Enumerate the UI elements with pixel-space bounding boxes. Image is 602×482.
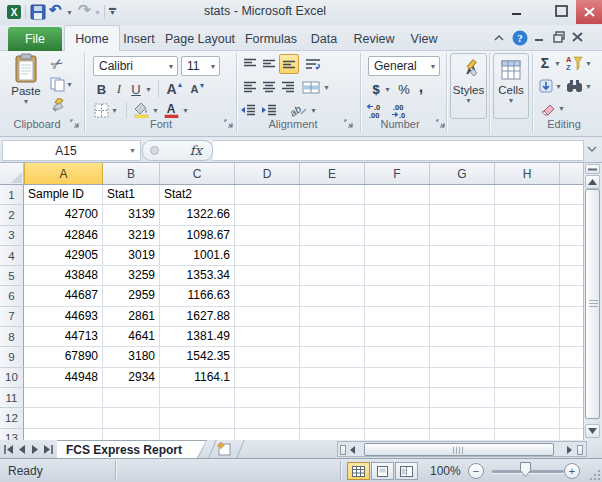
align-left-button[interactable] <box>241 78 259 96</box>
scroll-left-arrow[interactable] <box>349 446 356 454</box>
expand-formula-bar-icon[interactable] <box>587 146 597 153</box>
cell-A9[interactable]: 67890 <box>24 347 103 367</box>
autosum-dropdown-arrow[interactable]: ▼ <box>554 60 561 67</box>
cell-D9[interactable] <box>235 347 300 367</box>
sort-filter-button[interactable]: AZ <box>564 54 584 72</box>
cell-H8[interactable] <box>495 327 560 347</box>
help-icon[interactable]: ? <box>512 30 528 46</box>
cell-G6[interactable] <box>430 286 495 306</box>
cell-G1[interactable] <box>430 185 495 205</box>
tab-insert[interactable]: Insert <box>118 26 160 51</box>
cell-C8[interactable]: 1381.49 <box>160 327 235 347</box>
select-all-corner[interactable] <box>0 163 24 184</box>
font-dialog-launcher[interactable] <box>224 119 234 129</box>
zoom-level[interactable]: 100% <box>430 464 461 478</box>
shrink-font-button[interactable]: A▼ <box>189 80 207 98</box>
scroll-right-arrow[interactable] <box>566 446 573 454</box>
align-center-button[interactable] <box>260 78 278 96</box>
cell-F9[interactable] <box>365 347 430 367</box>
horizontal-split-handle[interactable] <box>340 445 346 455</box>
cell-C6[interactable]: 1166.63 <box>160 286 235 306</box>
vertical-scrollbar[interactable] <box>583 163 600 440</box>
cell-A5[interactable]: 43848 <box>24 266 103 286</box>
cell-C13[interactable] <box>160 429 235 440</box>
sheet-tab-fcs-express-report[interactable]: FCS Express Report <box>57 440 207 458</box>
workbook-restore-icon[interactable] <box>553 31 565 43</box>
cell-H12[interactable] <box>495 408 560 428</box>
cell-B11[interactable] <box>103 388 160 408</box>
styles-button[interactable]: A Styles ▼ <box>450 53 487 119</box>
tab-page-layout[interactable]: Page Layout <box>160 26 240 51</box>
number-format-combo[interactable]: General▼ <box>368 56 440 76</box>
cell-I7[interactable] <box>560 307 583 327</box>
zoom-out-button[interactable]: − <box>468 463 484 479</box>
sort-filter-dropdown-arrow[interactable]: ▼ <box>585 60 592 67</box>
cell-G8[interactable] <box>430 327 495 347</box>
align-right-button[interactable] <box>279 78 297 96</box>
wrap-text-button[interactable] <box>302 54 324 74</box>
merge-center-button[interactable] <box>300 78 322 96</box>
cell-G12[interactable] <box>430 408 495 428</box>
cell-B6[interactable]: 2959 <box>103 286 160 306</box>
cell-F10[interactable] <box>365 368 430 388</box>
cell-B1[interactable]: Stat1 <box>103 185 160 205</box>
increase-indent-button[interactable] <box>259 102 279 118</box>
zoom-slider-thumb[interactable] <box>520 462 531 477</box>
cell-I13[interactable] <box>560 429 583 440</box>
fill-dropdown-arrow[interactable]: ▼ <box>555 83 562 90</box>
cell-D3[interactable] <box>235 226 300 246</box>
cell-C3[interactable]: 1098.67 <box>160 226 235 246</box>
cell-F12[interactable] <box>365 408 430 428</box>
cell-H13[interactable] <box>495 429 560 440</box>
cell-B8[interactable]: 4641 <box>103 327 160 347</box>
cell-F6[interactable] <box>365 286 430 306</box>
row-header-12[interactable]: 12 <box>0 408 24 428</box>
row-header-10[interactable]: 10 <box>0 368 24 388</box>
cell-C9[interactable]: 1542.35 <box>160 347 235 367</box>
cell-I5[interactable] <box>560 266 583 286</box>
previous-sheet-button[interactable] <box>15 442 28 456</box>
cell-A2[interactable]: 42700 <box>24 205 103 225</box>
cell-C7[interactable]: 1627.88 <box>160 307 235 327</box>
cell-I4[interactable] <box>560 246 583 266</box>
cell-I8[interactable] <box>560 327 583 347</box>
cell-I2[interactable] <box>560 205 583 225</box>
cell-I3[interactable] <box>560 226 583 246</box>
cell-G3[interactable] <box>430 226 495 246</box>
row-header-11[interactable]: 11 <box>0 388 24 408</box>
cell-B4[interactable]: 3019 <box>103 246 160 266</box>
cell-E11[interactable] <box>300 388 365 408</box>
align-bottom-button[interactable] <box>279 54 299 74</box>
row-header-9[interactable]: 9 <box>0 347 24 367</box>
copy-button[interactable] <box>48 76 66 92</box>
cell-E8[interactable] <box>300 327 365 347</box>
cell-A6[interactable]: 44687 <box>24 286 103 306</box>
cell-I12[interactable] <box>560 408 583 428</box>
save-button[interactable] <box>30 4 46 20</box>
cell-C1[interactable]: Stat2 <box>160 185 235 205</box>
minimize-ribbon-icon[interactable] <box>492 31 506 45</box>
cell-H9[interactable] <box>495 347 560 367</box>
bold-button[interactable]: B <box>94 80 109 98</box>
cell-D13[interactable] <box>235 429 300 440</box>
column-header-C[interactable]: C <box>160 163 235 184</box>
cell-C10[interactable]: 1164.1 <box>160 368 235 388</box>
cell-C11[interactable] <box>160 388 235 408</box>
cell-G4[interactable] <box>430 246 495 266</box>
cells-button[interactable]: Cells ▼ <box>493 53 529 119</box>
cell-F5[interactable] <box>365 266 430 286</box>
resize-grip[interactable] <box>589 469 601 481</box>
borders-button[interactable] <box>92 102 110 118</box>
cell-F2[interactable] <box>365 205 430 225</box>
fill-color-button[interactable] <box>132 102 150 118</box>
cell-D10[interactable] <box>235 368 300 388</box>
cell-G2[interactable] <box>430 205 495 225</box>
cell-I1[interactable] <box>560 185 583 205</box>
workbook-minimize-icon[interactable] <box>534 35 546 43</box>
find-select-button[interactable] <box>564 77 584 95</box>
cell-A1[interactable]: Sample ID <box>24 185 103 205</box>
undo-button[interactable]: ↶ <box>49 1 62 19</box>
cell-H1[interactable] <box>495 185 560 205</box>
font-color-button[interactable]: A <box>163 102 180 118</box>
cell-B9[interactable]: 3180 <box>103 347 160 367</box>
